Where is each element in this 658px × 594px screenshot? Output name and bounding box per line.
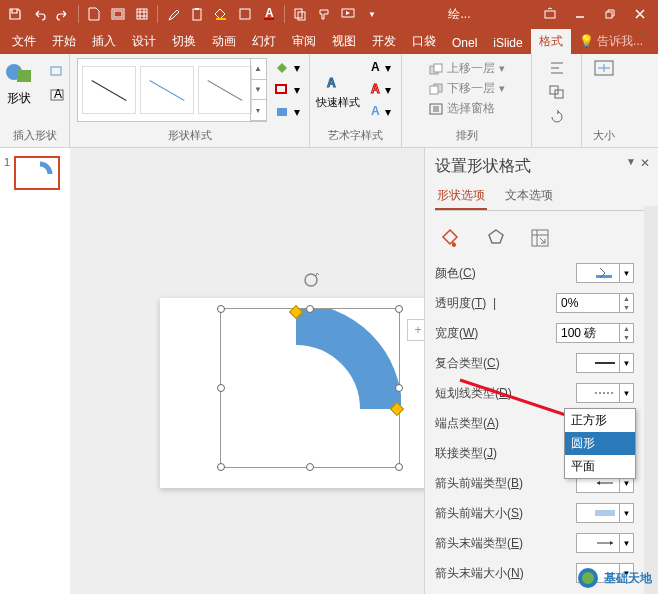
tab-transitions[interactable]: 切换 [164,29,204,54]
ribbon-options-icon[interactable] [536,3,564,25]
svg-rect-6 [240,9,250,19]
svg-rect-20 [277,108,287,116]
effects-icon[interactable] [483,225,509,251]
tab-pocket[interactable]: 口袋 [404,29,444,54]
text-box-icon[interactable]: A [41,85,73,105]
rotate-handle[interactable] [302,271,320,292]
tab-developer[interactable]: 开发 [364,29,404,54]
svg-rect-5 [216,18,226,20]
svg-text:A: A [371,83,380,96]
size-props-icon[interactable] [527,225,553,251]
shape-outline-icon[interactable]: ▾ [271,80,303,100]
selection-pane-button[interactable]: 选择窗格 [429,100,505,117]
width-input[interactable]: 100 磅▲▼ [556,323,634,343]
svg-text:A: A [54,88,62,101]
svg-rect-12 [545,11,555,18]
text-outline-icon[interactable]: A▾ [364,80,396,100]
tab-insert[interactable]: 插入 [84,29,124,54]
tab-view[interactable]: 视图 [324,29,364,54]
copy-icon[interactable] [289,3,311,25]
send-backward-button[interactable]: 下移一层 ▾ [429,80,505,97]
shape-effects-icon[interactable]: ▾ [271,102,303,122]
panel-close-icon[interactable]: ✕ [640,156,650,170]
collapse-ribbon-icon[interactable]: ˄ [638,30,654,46]
tab-review[interactable]: 审阅 [284,29,324,54]
resize-handle[interactable] [217,305,225,313]
tab-animations[interactable]: 动画 [204,29,244,54]
panel-scrollbar[interactable] [644,206,658,594]
size-button[interactable] [592,58,616,85]
tab-onekey[interactable]: Onel [444,32,485,54]
redo-icon[interactable] [52,3,74,25]
svg-text:A: A [327,76,336,90]
gallery-more-icon[interactable]: ▾ [251,100,266,121]
gallery-down-icon[interactable]: ▼ [251,80,266,101]
shape-style-gallery[interactable]: ▲▼▾ [77,58,267,122]
cap-option-flat[interactable]: 平面 [565,455,635,478]
new-icon[interactable] [83,3,105,25]
paste-icon[interactable] [186,3,208,25]
resize-handle[interactable] [217,463,225,471]
arrow-begin-size-dropdown[interactable]: ▼ [576,503,634,523]
save-icon[interactable] [4,3,26,25]
fill-icon[interactable] [210,3,232,25]
eyedropper-icon[interactable] [162,3,184,25]
align-icon[interactable] [541,58,573,78]
gallery-up-icon[interactable]: ▲ [251,59,266,80]
restore-icon[interactable] [596,3,624,25]
tab-format[interactable]: 格式 [531,29,571,54]
tab-file[interactable]: 文件 [4,29,44,54]
insert-shape-button[interactable]: 形状 [0,58,41,108]
color-dropdown[interactable]: ▼ [576,263,634,283]
edit-shape-icon[interactable] [41,61,73,81]
transparency-label: 透明度(T) | [435,295,496,312]
resize-handle[interactable] [306,305,314,313]
panel-options-icon[interactable]: ▼ [626,156,636,170]
bring-forward-button[interactable]: 上移一层 ▾ [429,60,505,77]
format-painter-icon[interactable] [313,3,335,25]
shape-icon[interactable] [234,3,256,25]
shape-options-tab[interactable]: 形状选项 [435,183,487,210]
tab-design[interactable]: 设计 [124,29,164,54]
qat-more-icon[interactable]: ▼ [361,3,383,25]
resize-handle[interactable] [306,463,314,471]
wordart-button[interactable]: A 快速样式 [316,65,360,115]
thumbnail-1[interactable]: 1 [4,156,66,190]
slide-thumbnails: 1 [0,148,70,594]
slide-canvas[interactable]: + [70,148,424,594]
cap-option-round[interactable]: 圆形 [565,432,635,455]
compound-dropdown[interactable]: ▼ [576,353,634,373]
slideshow-icon[interactable] [337,3,359,25]
tab-home[interactable]: 开始 [44,29,84,54]
selection-box[interactable]: + [220,308,400,468]
text-options-tab[interactable]: 文本选项 [503,183,555,210]
svg-rect-19 [276,85,286,93]
group-icon[interactable] [541,82,573,102]
svg-rect-16 [51,67,61,75]
resize-handle[interactable] [395,384,403,392]
new-slide-icon[interactable] [107,3,129,25]
dash-dropdown[interactable]: ▼ [576,383,634,403]
resize-handle[interactable] [395,463,403,471]
table-icon[interactable] [131,3,153,25]
tab-slideshow[interactable]: 幻灯 [244,29,284,54]
tab-islide[interactable]: iSlide [485,32,530,54]
text-effects-icon[interactable]: A▾ [364,102,396,122]
text-fill-icon[interactable]: A▾ [364,58,396,78]
shape-fill-icon[interactable]: ▾ [271,58,303,78]
rotate-icon[interactable] [541,106,573,126]
fill-line-icon[interactable] [439,225,465,251]
svg-text:A: A [371,105,380,118]
close-icon[interactable] [626,3,654,25]
cap-option-square[interactable]: 正方形 [565,409,635,432]
undo-icon[interactable] [28,3,50,25]
transparency-input[interactable]: 0%▲▼ [556,293,634,313]
arrow-end-type-dropdown[interactable]: ▼ [576,533,634,553]
resize-handle[interactable] [217,384,225,392]
arrow-end-type-label: 箭头末端类型(E) [435,535,523,552]
font-color-icon[interactable]: A [258,3,280,25]
minimize-icon[interactable] [566,3,594,25]
resize-handle[interactable] [395,305,403,313]
svg-point-37 [305,274,317,286]
arrow-begin-type-label: 箭头前端类型(B) [435,475,523,492]
